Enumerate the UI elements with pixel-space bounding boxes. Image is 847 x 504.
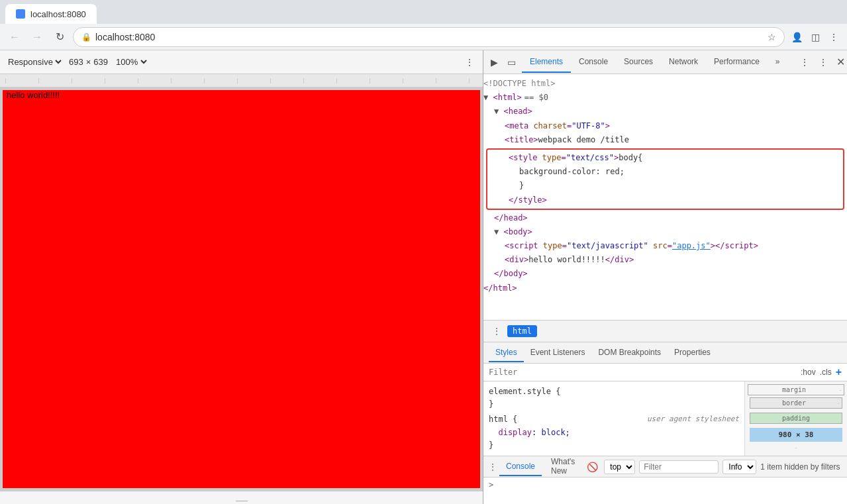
styles-with-boxmodel: element.style { } html { user agent styl… xyxy=(483,381,847,456)
console-level-select[interactable]: Info xyxy=(722,460,756,474)
dom-head-open[interactable]: ▼ <head> xyxy=(483,105,847,119)
bookmark-icon: ☆ xyxy=(768,32,776,42)
content-bottom: - xyxy=(748,444,844,451)
main-area: Responsive 693 × 639 100% ⋮ xyxy=(0,50,847,504)
browser-tab[interactable]: localhost:8080 xyxy=(5,4,97,24)
forward-button[interactable]: → xyxy=(28,28,46,46)
dom-meta[interactable]: <meta charset="UTF-8"> xyxy=(483,119,847,133)
css-rule-html: html { user agent stylesheet display: bl… xyxy=(483,412,744,453)
refresh-button[interactable]: ↻ xyxy=(50,28,69,46)
devtools-panel: ▶ ▭ Elements Console Sources Network Per… xyxy=(483,50,847,504)
tab-performance[interactable]: Performance xyxy=(706,52,768,73)
devtools-top-bar: ▶ ▭ Elements Console Sources Network Per… xyxy=(483,50,847,74)
ruler xyxy=(5,78,477,83)
padding-box: padding xyxy=(750,413,842,424)
dom-inspector[interactable]: <!DOCTYPE html> ▼ <html> == $0 ▼ <head> … xyxy=(483,74,847,320)
nav-bar: ← → ↻ 🔒 localhost:8080 ☆ 👤 ◫ ⋮ xyxy=(0,24,847,50)
responsive-selector[interactable]: Responsive xyxy=(5,56,64,68)
dom-body-open[interactable]: ▼ <body> xyxy=(483,225,847,239)
styles-tabs: Styles Event Listeners DOM Breakpoints P… xyxy=(483,342,847,364)
hov-button[interactable]: :hov xyxy=(801,368,816,377)
margin-box: margin - xyxy=(748,384,844,395)
styles-tab-dom-breakpoints[interactable]: DOM Breakpoints xyxy=(591,344,668,362)
prompt-arrow-icon: > xyxy=(489,480,493,489)
console-tab-whats-new[interactable]: What's New xyxy=(544,453,581,481)
breadcrumb-html[interactable]: html xyxy=(507,325,537,337)
viewport-panel: Responsive 693 × 639 100% ⋮ xyxy=(0,50,483,504)
styles-tab-styles[interactable]: Styles xyxy=(489,344,524,362)
devtools-close-button[interactable]: ✕ xyxy=(834,56,847,69)
zoom-selector[interactable]: 100% xyxy=(113,56,149,68)
styles-panel: Styles Event Listeners DOM Breakpoints P… xyxy=(483,342,847,456)
console-filter-input[interactable] xyxy=(639,460,719,474)
console-prompt-line: > xyxy=(489,480,842,489)
content-box: 980 × 38 xyxy=(750,428,842,442)
devtools-more-icon[interactable]: ⋮ xyxy=(815,54,831,70)
rendered-page: hello world!!!!! xyxy=(3,90,480,488)
devtools-settings-icon[interactable]: ⋮ xyxy=(797,54,813,70)
boxmodel-panel: margin - border - padding 980 xyxy=(744,381,847,456)
viewport-footer: ⎯⎯⎯ xyxy=(0,491,483,504)
console-tab-console[interactable]: Console xyxy=(499,458,542,476)
url-text: localhost:8080 xyxy=(95,32,764,42)
extensions-icon[interactable]: ◫ xyxy=(807,29,823,45)
viewport-content: hello world!!!!! xyxy=(0,87,483,491)
console-settings-icon[interactable]: ⚙ xyxy=(844,459,847,475)
more-options-icon[interactable]: ⋮ xyxy=(462,54,477,70)
inspect-element-icon[interactable]: ▶ xyxy=(486,54,502,70)
dom-title[interactable]: <title>webpack demo /title xyxy=(483,133,847,147)
dom-body-close[interactable]: </body> xyxy=(483,267,847,281)
css-rule-element-style: element.style { } xyxy=(483,384,744,412)
menu-icon[interactable]: ⋮ xyxy=(826,29,842,45)
margin-label: margin xyxy=(782,386,806,393)
dimension-display: 693 × 639 xyxy=(69,57,108,67)
console-content[interactable]: > xyxy=(483,478,847,504)
tab-network[interactable]: Network xyxy=(661,52,706,73)
breadcrumb-menu-icon[interactable]: ⋮ xyxy=(489,323,505,339)
border-label: border xyxy=(782,399,806,407)
cls-button[interactable]: .cls xyxy=(820,368,832,377)
styles-section: element.style { } html { user agent styl… xyxy=(483,381,744,456)
dom-html-close[interactable]: </html> xyxy=(483,281,847,295)
dom-style-open[interactable]: <style type="text/css">body{ xyxy=(487,151,843,165)
hidden-items-text: 1 item hidden by filters xyxy=(760,462,840,472)
content-dimensions: 980 × 38 xyxy=(779,430,814,439)
viewport-width: 693 xyxy=(69,57,83,67)
dom-style-brace: } xyxy=(487,179,843,193)
device-mode-icon[interactable]: ▭ xyxy=(503,54,519,70)
viewport-toolbar: Responsive 693 × 639 100% ⋮ xyxy=(0,50,483,74)
dom-html-line[interactable]: ▼ <html> == $0 xyxy=(483,91,847,105)
tab-console[interactable]: Console xyxy=(571,52,616,73)
dom-style-block[interactable]: <style type="text/css">body{ background-… xyxy=(486,148,844,210)
breadcrumb-bar: ⋮ html xyxy=(483,320,847,342)
address-bar[interactable]: 🔒 localhost:8080 ☆ xyxy=(73,27,785,47)
boxmodel-content: margin - border - padding 980 xyxy=(748,384,844,451)
tab-title: localhost:8080 xyxy=(30,9,86,19)
dom-head-close[interactable]: </head> xyxy=(483,211,847,225)
styles-content: element.style { } html { user agent styl… xyxy=(483,381,744,456)
dom-div[interactable]: <div>hello world!!!!!</div> xyxy=(483,253,847,267)
devtools-tabs: Elements Console Sources Network Perform… xyxy=(522,50,797,74)
dimension-separator: × xyxy=(86,57,91,67)
tab-bar: localhost:8080 xyxy=(0,0,847,24)
dom-style-close[interactable]: </style> xyxy=(487,193,843,207)
tab-more[interactable]: » xyxy=(768,52,788,73)
styles-tab-properties[interactable]: Properties xyxy=(668,344,717,362)
styles-filter-bar: :hov .cls + xyxy=(483,364,847,381)
profile-icon[interactable]: 👤 xyxy=(789,29,805,45)
console-context-select[interactable]: top xyxy=(604,460,635,474)
filter-actions: :hov .cls + xyxy=(801,366,842,378)
hello-world-text: hello world!!!!! xyxy=(3,87,64,103)
tab-sources[interactable]: Sources xyxy=(616,52,661,73)
console-clear-icon[interactable]: 🚫 xyxy=(584,459,600,475)
devtools-toolbar-icons: ⋮ ⋮ ✕ xyxy=(797,54,847,70)
styles-tab-event-listeners[interactable]: Event Listeners xyxy=(524,344,592,362)
styles-filter-input[interactable] xyxy=(489,368,798,377)
lock-icon: 🔒 xyxy=(81,32,91,42)
padding-label: padding xyxy=(782,415,810,422)
back-button[interactable]: ← xyxy=(5,28,24,46)
console-menu-icon[interactable]: ⋮ xyxy=(489,459,497,475)
tab-elements[interactable]: Elements xyxy=(522,52,571,73)
dom-script[interactable]: <script type="text/javascript" src="app.… xyxy=(483,239,847,253)
add-style-button[interactable]: + xyxy=(836,366,842,378)
